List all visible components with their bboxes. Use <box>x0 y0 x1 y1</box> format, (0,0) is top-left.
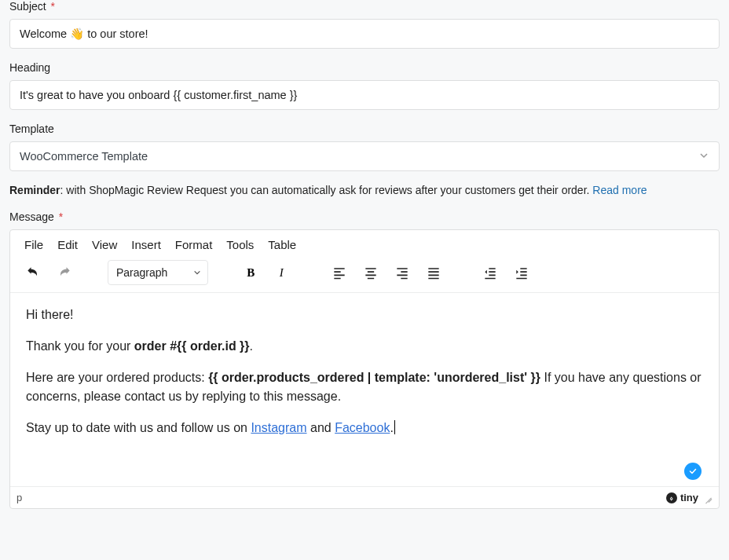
outdent-button[interactable] <box>477 259 504 286</box>
bold-button[interactable]: B <box>238 259 265 286</box>
required-asterisk: * <box>59 210 63 223</box>
grammarly-check-icon[interactable] <box>684 463 702 480</box>
italic-button[interactable]: I <box>269 259 296 286</box>
chevron-down-icon <box>193 266 201 279</box>
align-justify-button[interactable] <box>420 259 447 286</box>
resize-handle-icon[interactable] <box>703 493 713 503</box>
message-paragraph: Stay up to date with us and follow us on… <box>26 419 703 437</box>
template-label: Template <box>9 123 720 135</box>
template-select-wrap <box>9 141 720 171</box>
align-right-button[interactable] <box>389 259 416 286</box>
subject-label: Subject * <box>9 0 720 13</box>
align-center-button[interactable] <box>357 259 384 286</box>
message-field: Message * <box>9 210 720 223</box>
reminder-text: Reminder: with ShopMagic Review Request … <box>9 184 720 196</box>
instagram-link[interactable]: Instagram <box>251 421 306 434</box>
reminder-bold: Reminder <box>9 184 60 196</box>
svg-text:B: B <box>247 266 255 279</box>
editor-menubar: File Edit View Insert Format Tools Table <box>10 230 719 258</box>
required-asterisk: * <box>51 0 55 13</box>
reminder-body: : with ShopMagic Review Request you can … <box>60 184 593 196</box>
template-select[interactable] <box>9 141 720 171</box>
message-label-text: Message <box>9 210 54 223</box>
element-path[interactable]: p <box>16 492 22 503</box>
message-paragraph: Here are your ordered products: {{ order… <box>26 368 703 406</box>
editor-toolbar: Paragraph B I <box>10 258 719 293</box>
text-cursor <box>394 420 395 434</box>
heading-field: Heading <box>9 61 720 110</box>
tinymce-logo[interactable]: ⬨tiny <box>666 492 698 503</box>
subject-label-text: Subject <box>9 0 46 13</box>
menu-format[interactable]: Format <box>175 238 213 251</box>
message-paragraph: Thank you for your order #{{ order.id }}… <box>26 337 703 356</box>
menu-file[interactable]: File <box>24 238 43 251</box>
indent-button[interactable] <box>508 259 535 286</box>
paragraph-format-label: Paragraph <box>116 266 167 279</box>
editor-statusbar: p ⬨tiny <box>10 486 719 508</box>
menu-view[interactable]: View <box>92 238 117 251</box>
template-field: Template <box>9 123 720 171</box>
undo-button[interactable] <box>20 259 46 286</box>
message-label: Message * <box>9 210 720 223</box>
align-left-button[interactable] <box>326 259 353 286</box>
menu-edit[interactable]: Edit <box>57 238 78 251</box>
menu-table[interactable]: Table <box>268 238 296 251</box>
svg-text:I: I <box>279 266 284 279</box>
subject-input[interactable] <box>9 19 720 49</box>
rich-text-editor: File Edit View Insert Format Tools Table… <box>9 229 720 509</box>
reminder-read-more-link[interactable]: Read more <box>592 184 647 196</box>
editor-content[interactable]: Hi there! Thank you for your order #{{ o… <box>10 293 719 486</box>
heading-label: Heading <box>9 61 720 74</box>
facebook-link[interactable]: Facebook <box>335 421 390 434</box>
redo-button[interactable] <box>51 259 78 286</box>
subject-field: Subject * <box>9 0 720 49</box>
menu-insert[interactable]: Insert <box>131 238 161 251</box>
message-paragraph: Hi there! <box>26 306 703 324</box>
menu-tools[interactable]: Tools <box>226 238 254 251</box>
heading-input[interactable] <box>9 80 720 110</box>
paragraph-format-dropdown[interactable]: Paragraph <box>108 260 208 285</box>
